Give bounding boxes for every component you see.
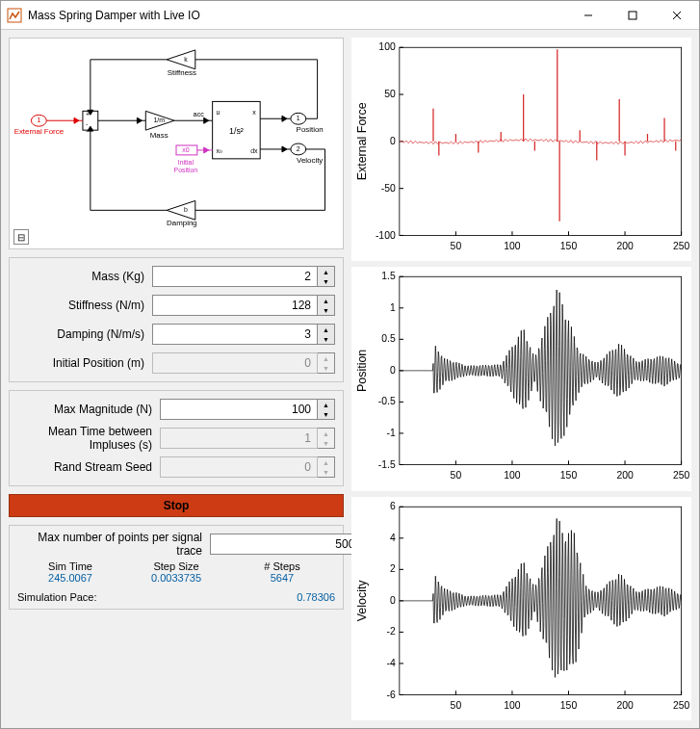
chevron-down-icon[interactable]: ▼ [318,409,334,419]
svg-text:Mass: Mass [150,131,169,140]
chevron-down-icon[interactable]: ▼ [318,305,334,315]
chevron-up-icon[interactable]: ▲ [318,400,334,409]
svg-rect-2 [629,12,636,19]
pace-value: 0.78306 [297,591,335,603]
svg-text:-2: -2 [386,626,395,637]
param-row: Stiffness (N/m)▲▼ [17,293,335,318]
collapse-icon[interactable]: ⊟ [13,229,29,245]
chevron-up-icon[interactable]: ▲ [318,296,334,305]
svg-text:x0: x0 [182,146,189,153]
pace-label: Simulation Pace: [17,591,97,603]
svg-text:x₀: x₀ [217,147,222,154]
spinner: ▲▼ [318,428,335,449]
svg-text:1: 1 [37,117,40,123]
param-label: Mean Time between Impluses (s) [17,425,160,452]
minimize-button[interactable] [566,1,610,30]
svg-text:150: 150 [560,241,578,251]
param-label: Stiffness (N/m) [17,299,152,312]
chevron-up-icon: ▲ [318,353,334,363]
svg-text:50: 50 [451,700,462,711]
chart-position: -1.5-1-0.500.511.550100150200250Position [351,267,691,490]
spinner[interactable]: ▲▼ [318,266,335,287]
chevron-up-icon[interactable]: ▲ [318,325,334,334]
chart-force: -100-5005010050100150200250External Forc… [351,38,691,261]
chevron-down-icon: ▼ [318,438,334,448]
titlebar: Mass Spring Damper with Live IO [1,1,699,30]
svg-text:dx: dx [250,147,258,154]
svg-text:250: 250 [673,241,690,251]
svg-text:k: k [184,56,188,63]
steps-value: 5647 [271,572,294,584]
svg-text:200: 200 [616,470,634,481]
trace-input[interactable] [210,534,368,555]
param-label: Mass (Kg) [17,270,152,283]
svg-text:Velocity: Velocity [355,579,369,621]
chevron-up-icon[interactable]: ▲ [318,267,334,276]
svg-text:0: 0 [390,136,396,146]
param-input[interactable] [152,295,318,316]
svg-text:1: 1 [390,302,396,313]
svg-text:u: u [217,109,220,116]
app-window: Mass Spring Damper with Live IO [0,0,700,729]
svg-text:100: 100 [504,700,521,711]
diagram-stiffness-label: Stiffness [168,68,196,77]
param-row: Mean Time between Impluses (s)▲▼ [17,426,335,451]
param-label: Damping (N/m/s) [17,327,152,341]
svg-text:150: 150 [560,470,578,481]
window-title: Mass Spring Damper with Live IO [28,9,566,22]
spinner: ▲▼ [318,352,335,374]
chevron-down-icon: ▼ [318,363,334,373]
chevron-down-icon[interactable]: ▼ [318,276,334,286]
svg-text:1: 1 [297,115,300,121]
svg-text:200: 200 [616,241,634,251]
svg-text:-: - [86,127,88,134]
svg-text:0.5: 0.5 [381,334,396,345]
trace-label: Max number of points per signal trace [17,531,210,558]
param-label: Max Magnitude (N) [17,403,160,416]
steps-label: # Steps [264,560,299,572]
trace-panel: Max number of points per signal trace ▲ … [9,525,344,610]
param-row: Rand Stream Seed▲▼ [17,455,335,480]
sim-time-value: 245.0067 [48,572,92,584]
param-input[interactable] [152,324,318,345]
svg-text:-100: -100 [376,230,396,241]
svg-text:50: 50 [451,470,462,481]
param-input[interactable] [152,266,318,287]
svg-rect-40 [400,47,682,235]
svg-text:-6: -6 [386,689,395,699]
param-input [160,456,318,478]
svg-text:Position: Position [355,350,369,392]
svg-text:50: 50 [451,241,462,251]
content: Stiffness k Damping b 1 External Force 1… [1,30,699,728]
svg-text:100: 100 [378,41,396,52]
svg-text:b: b [184,206,188,213]
sim-stats: Sim Time245.0067 Step Size0.0033735 # St… [17,560,335,603]
spinner[interactable]: ▲▼ [318,399,335,420]
left-column: Stiffness k Damping b 1 External Force 1… [9,38,344,720]
svg-text:1.5: 1.5 [381,272,396,282]
sim-time-label: Sim Time [48,560,92,572]
svg-text:250: 250 [673,470,690,481]
svg-text:External Force: External Force [14,127,65,136]
svg-text:1/s²: 1/s² [229,126,244,136]
param-row: Damping (N/m/s)▲▼ [17,322,335,347]
chevron-down-icon[interactable]: ▼ [318,334,334,344]
svg-text:100: 100 [504,470,521,481]
param-row: Initial Position (m)▲▼ [17,351,335,376]
spinner[interactable]: ▲▼ [318,324,335,345]
svg-text:Position: Position [297,125,324,134]
maximize-button[interactable] [610,1,655,30]
svg-text:Initial: Initial [178,159,194,166]
spinner[interactable]: ▲▼ [318,295,335,316]
close-button[interactable] [655,1,699,30]
stop-button[interactable]: Stop [9,494,344,517]
svg-text:100: 100 [504,241,521,251]
param-input[interactable] [160,399,318,420]
param-label: Initial Position (m) [17,356,152,370]
param-input [152,352,318,374]
svg-text:0: 0 [390,595,396,606]
spinner: ▲▼ [318,456,335,478]
svg-text:Damping: Damping [167,219,197,227]
svg-text:Velocity: Velocity [297,156,323,165]
svg-text:-4: -4 [386,658,395,668]
